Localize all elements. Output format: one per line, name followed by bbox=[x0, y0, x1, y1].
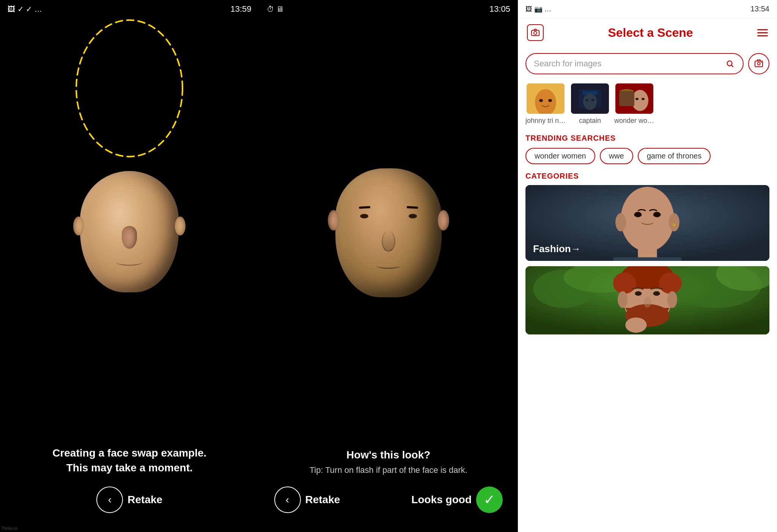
status-icons-right-1: 13:59 bbox=[230, 4, 251, 14]
retake-label-1: Retake bbox=[127, 494, 162, 506]
bottom-controls-1: ‹ Retake bbox=[0, 483, 259, 517]
face2-ear-right bbox=[438, 210, 449, 231]
svg-point-47 bbox=[625, 317, 646, 333]
bottom-text-2: How's this look? Tip: Turn on flash if p… bbox=[298, 447, 479, 475]
category-card-fashion[interactable]: Fashion→ bbox=[525, 185, 769, 261]
tag-game-of-thrones[interactable]: game of thrones bbox=[638, 148, 711, 164]
status-icons-right-2: 13:05 bbox=[489, 4, 510, 14]
face2-eyebrow-right bbox=[407, 206, 418, 209]
svg-point-15 bbox=[585, 99, 588, 101]
back-circle-btn-2[interactable]: ‹ bbox=[274, 486, 301, 513]
face2-eye-left bbox=[360, 214, 368, 218]
recent-searches-container: johnny tri n… captain bbox=[518, 80, 777, 131]
svg-rect-19 bbox=[619, 91, 634, 106]
face-nose-1 bbox=[122, 226, 137, 249]
svg-rect-30 bbox=[613, 257, 682, 261]
trending-tags-container: wonder women wwe game of thrones bbox=[525, 148, 769, 164]
app-notification-icons: 🖼 📷 … bbox=[525, 5, 551, 13]
search-bar[interactable]: Search for images bbox=[525, 53, 744, 74]
face-container-1 bbox=[0, 18, 259, 446]
app-header: Select a Scene bbox=[518, 18, 777, 47]
recent-item-captain[interactable]: captain bbox=[571, 83, 609, 125]
back-circle-btn-1[interactable]: ‹ bbox=[96, 486, 123, 513]
svg-point-0 bbox=[76, 20, 182, 157]
recent-item-wonder[interactable]: wonder wo… bbox=[614, 83, 654, 125]
status-time-2: 13:05 bbox=[489, 4, 510, 14]
notification-icons-1: 🖼 ✓ ✓ … bbox=[8, 5, 42, 14]
panel-app: 🖼 📷 … 13:54 Select a Scene Search for im… bbox=[518, 0, 777, 532]
panel-preview: ⏱ 🖥 13:05 How's this look? Tip: Turn on … bbox=[259, 0, 518, 532]
status-icons-left-2: ⏱ 🖥 bbox=[267, 5, 284, 14]
app-status-bar: 🖼 📷 … 13:54 bbox=[518, 0, 777, 18]
app-status-time: 13:54 bbox=[750, 5, 769, 13]
looks-good-button[interactable]: Looks good ✓ bbox=[411, 486, 503, 513]
face-container-2 bbox=[259, 18, 518, 447]
svg-point-45 bbox=[618, 291, 628, 308]
face2-eyebrow-left bbox=[359, 206, 370, 209]
category-card-outdoors[interactable] bbox=[525, 266, 769, 334]
status-icons-left-1: 🖼 ✓ ✓ … bbox=[8, 5, 42, 14]
svg-point-40 bbox=[613, 273, 636, 294]
svg-point-43 bbox=[653, 291, 660, 296]
recent-thumb-wonder bbox=[615, 83, 653, 114]
hamburger-menu-icon[interactable] bbox=[757, 29, 768, 36]
svg-point-27 bbox=[615, 213, 626, 231]
main-text-2: How's this look? bbox=[310, 447, 467, 462]
bottom-text-1: Creating a face swap example. This may t… bbox=[41, 446, 218, 475]
upload-image-button[interactable] bbox=[748, 53, 769, 74]
tip-text-2: Tip: Turn on flash if part of the face i… bbox=[310, 465, 467, 475]
face2-eye-right bbox=[409, 214, 417, 218]
category-bg-outdoors bbox=[525, 266, 769, 334]
app-status-icons-left: 🖼 📷 … bbox=[525, 5, 551, 13]
category-label-fashion: Fashion→ bbox=[533, 243, 581, 255]
bottom-controls-2: ‹ Retake Looks good ✓ bbox=[259, 483, 518, 517]
retake-button-1[interactable]: ‹ Retake bbox=[96, 486, 162, 513]
green-check-icon[interactable]: ✓ bbox=[476, 486, 503, 513]
retake-label-2: Retake bbox=[305, 494, 340, 506]
face2-mouth bbox=[376, 263, 401, 269]
panel-creating: 🖼 ✓ ✓ … 13:59 Creating a face swap examp… bbox=[0, 0, 259, 532]
recent-label-johnny: johnny tri n… bbox=[525, 117, 566, 125]
svg-point-48 bbox=[643, 297, 651, 308]
recent-label-wonder: wonder wo… bbox=[614, 117, 654, 125]
notification-icons-2: ⏱ 🖥 bbox=[267, 5, 284, 14]
recent-label-captain: captain bbox=[579, 117, 601, 125]
svg-point-31 bbox=[673, 223, 676, 226]
camera-logo-icon[interactable] bbox=[527, 24, 544, 41]
trending-section: TRENDING SEARCHES wonder women wwe game … bbox=[518, 131, 777, 169]
svg-point-21 bbox=[642, 98, 645, 100]
svg-point-14 bbox=[583, 93, 597, 110]
status-time-1: 13:59 bbox=[230, 4, 251, 14]
svg-point-5 bbox=[758, 63, 760, 65]
retake-button-2[interactable]: ‹ Retake bbox=[274, 486, 340, 513]
svg-point-24 bbox=[621, 187, 674, 252]
svg-point-46 bbox=[667, 291, 677, 308]
tag-wonder-women[interactable]: wonder women bbox=[525, 148, 595, 164]
face2-nose bbox=[382, 231, 395, 252]
svg-point-26 bbox=[653, 212, 661, 217]
svg-point-25 bbox=[634, 212, 642, 217]
hamburger-line-3 bbox=[757, 35, 768, 36]
face-mouth-1 bbox=[116, 258, 143, 266]
face-head-2 bbox=[335, 168, 442, 297]
app-title: Select a Scene bbox=[608, 26, 693, 40]
search-icon[interactable] bbox=[725, 58, 735, 69]
face-3d-head-1 bbox=[80, 171, 179, 292]
svg-point-10 bbox=[548, 99, 552, 102]
face-oval-outline bbox=[71, 14, 188, 162]
hamburger-line-2 bbox=[757, 32, 768, 33]
recent-thumb-captain bbox=[571, 83, 609, 114]
svg-rect-6 bbox=[761, 62, 762, 63]
recent-item-johnny[interactable]: johnny tri n… bbox=[525, 83, 566, 125]
hamburger-line-1 bbox=[757, 29, 768, 30]
categories-section: CATEGORIES bbox=[518, 169, 777, 340]
svg-point-16 bbox=[591, 99, 595, 101]
svg-point-9 bbox=[539, 99, 543, 102]
recent-thumb-johnny bbox=[527, 83, 565, 114]
app-status-icons-right: 13:54 bbox=[750, 5, 769, 13]
trending-title: TRENDING SEARCHES bbox=[525, 134, 769, 143]
face2-ear-left bbox=[328, 210, 339, 231]
svg-point-2 bbox=[534, 31, 537, 35]
search-placeholder-text: Search for images bbox=[534, 59, 721, 69]
tag-wwe[interactable]: wwe bbox=[600, 148, 633, 164]
